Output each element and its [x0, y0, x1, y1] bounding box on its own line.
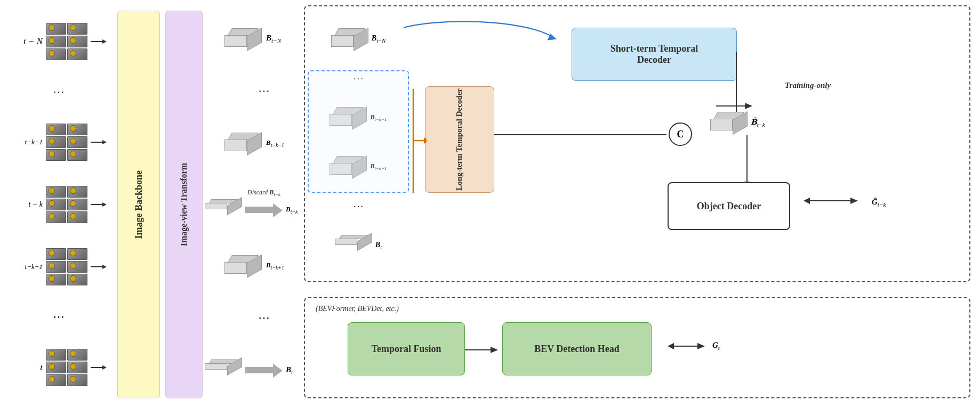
bev-detection-head-box: BEV Detection Head [502, 322, 652, 375]
svg-marker-14 [491, 347, 498, 353]
time-label-tk1: t−k−1 [11, 138, 43, 146]
long-term-label: Long-term Temporal Decoder [454, 88, 465, 191]
dots-2: ⋯ [0, 310, 117, 324]
bev-dots-2: ⋯ [258, 311, 270, 325]
blue-dashed-selection [308, 70, 409, 193]
discard-arrow [245, 202, 283, 217]
cam-cell [67, 374, 87, 386]
camera-group-t [46, 349, 87, 386]
cam-cell [67, 186, 87, 198]
time-label-t: t [11, 362, 43, 373]
concat-label: C [677, 129, 684, 140]
cam-cell [46, 136, 66, 148]
camera-group-tk [46, 186, 87, 223]
cam-cell [67, 23, 87, 35]
object-decoder-label: Object Decoder [697, 201, 761, 212]
cam-cell [46, 248, 66, 260]
camera-group-tk1 [46, 124, 87, 161]
time-label-tk: t − k [11, 200, 43, 209]
bhat-cube [710, 112, 748, 133]
time-row-tk: t − k [11, 186, 107, 223]
upper-right-box: Bt−N ⋯ Bt−k−1 Bt−k+1 ⋯ [304, 5, 970, 282]
bev-label-tN: Bt−N [266, 34, 303, 44]
cam-cell [46, 199, 66, 210]
ghat-label: Ĝt−k [804, 197, 886, 208]
temporal-fusion-box: Temporal Fusion [348, 322, 465, 375]
cam-cell [46, 211, 66, 223]
bev-features-panel: Bt−N ⋯ Bt−k−1 Discard Bt−k Bt−k [208, 0, 320, 409]
cube-front [331, 35, 354, 47]
dots-1: ⋯ [0, 85, 117, 99]
cube-front [205, 363, 227, 370]
cam-cell [46, 48, 66, 60]
cam-cell [46, 261, 66, 273]
camera-group-tk1p [46, 248, 87, 285]
arrow-right-tk1p [91, 263, 107, 271]
cube-front [224, 140, 247, 151]
cam-cell [67, 362, 87, 373]
bhat-section: B̂t−k [710, 102, 765, 194]
cam-cell [67, 349, 87, 361]
cam-cell [46, 149, 66, 161]
cam-cell [67, 261, 87, 273]
transform-bar: Image-view Transform [165, 11, 203, 398]
time-row-t: t [11, 349, 107, 386]
gt-label: Gt [668, 341, 720, 351]
long-term-decoder-box: Long-term Temporal Decoder [425, 86, 494, 193]
bev-item-tk1: Bt−k−1 [224, 133, 303, 154]
blue-curved-arrow [382, 16, 574, 53]
svg-marker-17 [697, 343, 705, 349]
cam-cell [67, 48, 87, 60]
svg-marker-12 [850, 198, 858, 204]
bev-label-tk1p: Bt−k+1 [266, 261, 303, 271]
svg-marker-5 [660, 134, 667, 135]
time-row-tk1p: t−k+1 [11, 248, 107, 285]
inner-bev-cube-tN [331, 28, 368, 50]
gt-dbl-arrow [668, 342, 710, 350]
short-term-label: Short-term TemporalDecoder [611, 43, 698, 66]
bev-cube-tk1p [224, 255, 262, 276]
bt-arrow [245, 363, 283, 378]
bev-cube-tN [224, 28, 262, 50]
ghat-text: Ĝt−k [872, 198, 886, 206]
object-decoder-box: Object Decoder [668, 182, 790, 230]
cam-cell [67, 211, 87, 223]
svg-marker-7 [745, 103, 752, 109]
time-row-tN: t − N [11, 23, 107, 60]
cam-cell [46, 36, 66, 47]
bhat-label: B̂t−k [751, 118, 765, 128]
gt-text: Gt [712, 341, 720, 351]
cube-front [205, 203, 227, 209]
cube-front [224, 262, 247, 274]
bev-item-tN: Bt−N [224, 28, 303, 50]
inner-bev-label-t: Bt [375, 241, 382, 250]
temporal-fusion-label: Temporal Fusion [372, 343, 441, 355]
cam-cell [46, 124, 66, 135]
svg-marker-10 [804, 198, 810, 204]
arrow-right-tk1 [91, 138, 107, 146]
bev-detection-label: BEV Detection Head [534, 343, 620, 355]
time-row-tk1: t−k−1 [11, 124, 107, 161]
bevformer-label: (BEVFormer, BEVDet, etc.) [316, 305, 399, 313]
cam-cell [67, 149, 87, 161]
cube-front [224, 35, 247, 47]
svg-marker-15 [668, 343, 674, 349]
cam-cell [67, 199, 87, 210]
tf-to-bev-arrow [465, 346, 505, 354]
time-label-tN: t − N [11, 36, 43, 47]
ghat-dbl-arrow [804, 197, 867, 204]
arrow-right-tk [91, 201, 107, 208]
cam-cell [46, 186, 66, 198]
inner-bev-tN: Bt−N [331, 28, 385, 50]
time-label-tk1p: t−k+1 [11, 263, 43, 271]
cam-cell [67, 274, 87, 285]
arrow-right-tN [91, 38, 107, 45]
svg-marker-0 [424, 137, 427, 144]
bev-cube-tk [205, 199, 242, 220]
short-term-decoder-box: Short-term TemporalDecoder [572, 28, 737, 81]
cam-cell [46, 274, 66, 285]
bev-item-tk1p: Bt−k+1 [224, 255, 303, 276]
cam-cell [46, 23, 66, 35]
inner-bev-t: Bt [335, 235, 382, 256]
cam-cell [67, 124, 87, 135]
